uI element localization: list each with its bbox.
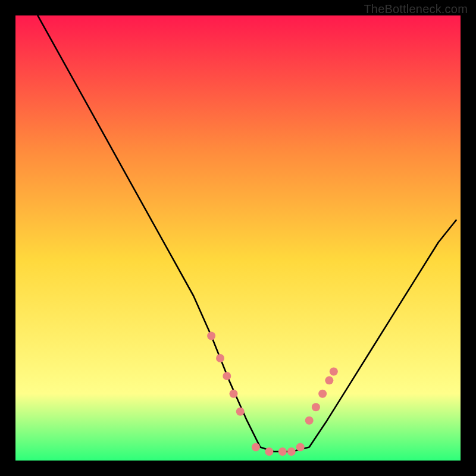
highlight-dot: [318, 390, 327, 398]
highlight-dot: [278, 447, 287, 456]
highlight-dot: [287, 447, 296, 456]
highlight-dot: [330, 367, 338, 375]
highlight-dot: [252, 443, 260, 452]
chart-frame: [14, 14, 462, 462]
chart-svg: [15, 15, 461, 461]
highlight-dot: [236, 408, 245, 416]
highlight-dot: [216, 354, 224, 362]
highlight-dot: [296, 443, 305, 452]
highlight-dot: [312, 403, 320, 411]
highlight-dot: [230, 390, 238, 398]
highlight-dot: [305, 416, 314, 425]
gradient-bg: [15, 15, 461, 461]
highlight-dot: [223, 372, 231, 380]
highlight-dot: [325, 376, 333, 384]
highlight-dot: [265, 447, 273, 456]
watermark-text: TheBottleneck.com: [364, 2, 468, 16]
highlight-dot: [207, 332, 215, 340]
